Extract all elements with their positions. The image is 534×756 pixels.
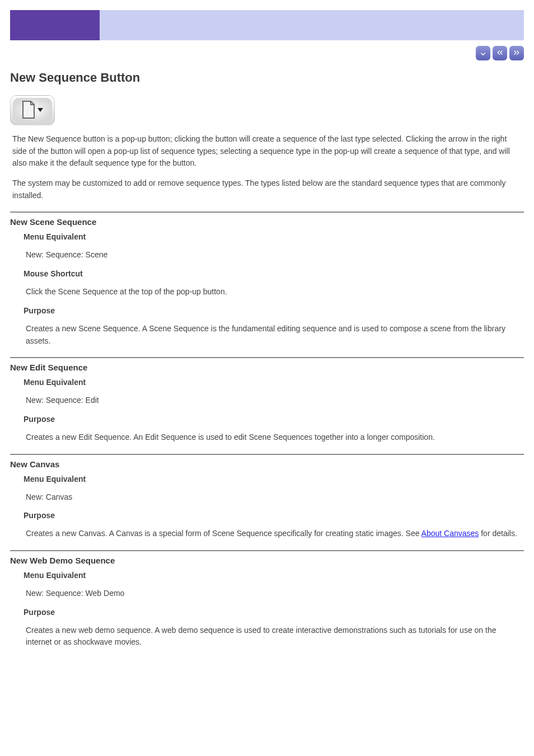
divider	[10, 212, 524, 213]
arrow-down-icon	[479, 48, 488, 59]
section-heading: New Canvas	[10, 459, 524, 469]
notice-paragraph: The system may be customized to add or r…	[12, 177, 522, 201]
section-heading: New Scene Sequence	[10, 217, 524, 227]
subsection-body: Creates a new Canvas. A Canvas is a spec…	[26, 528, 522, 540]
document-icon	[21, 101, 36, 120]
nav-icon-bar	[10, 44, 524, 66]
divider	[10, 454, 524, 455]
body-prefix: Creates a new Canvas. A Canvas is a spec…	[26, 529, 421, 538]
subsection-body: New: Sequence: Web Demo	[26, 588, 522, 600]
body-suffix: for details.	[479, 529, 517, 538]
subsection-title: Menu Equivalent	[24, 571, 524, 580]
subsection-title: Purpose	[24, 415, 524, 424]
header-banner	[10, 10, 524, 40]
chevron-double-left-icon	[495, 48, 504, 59]
subsection-body: New: Sequence: Edit	[26, 395, 522, 407]
subsection-body: Creates a new Edit Sequence. An Edit Seq…	[26, 431, 522, 444]
header-banner-right	[100, 10, 524, 40]
divider	[10, 550, 524, 551]
subsection-body: Click the Scene Sequence at the top of t…	[26, 286, 522, 298]
intro-paragraph: The New Sequence button is a pop-up butt…	[12, 133, 522, 170]
subsection-body: New: Canvas	[26, 491, 522, 504]
chevron-double-right-icon	[512, 48, 521, 59]
subsection-title: Menu Equivalent	[24, 232, 524, 241]
section-heading: New Edit Sequence	[10, 363, 524, 372]
subsection-body: Creates a new web demo sequence. A web d…	[26, 624, 522, 649]
subsection-title: Mouse Shortcut	[24, 269, 524, 278]
header-banner-left	[10, 10, 100, 40]
subsection-body: Creates a new Scene Sequence. A Scene Se…	[26, 323, 522, 347]
subsection-title: Purpose	[24, 511, 524, 520]
subsection-title: Purpose	[24, 608, 524, 617]
dropdown-triangle-icon	[37, 106, 44, 115]
prev-page-button[interactable]	[493, 46, 507, 60]
next-page-button[interactable]	[509, 46, 524, 60]
subsection-body: New: Sequence: Scene	[26, 249, 522, 261]
section-heading: New Web Demo Sequence	[10, 556, 524, 565]
subsection-title: Menu Equivalent	[24, 475, 524, 483]
scroll-down-button[interactable]	[476, 46, 490, 60]
about-canvases-link[interactable]: About Canvases	[421, 529, 479, 538]
subsection-title: Purpose	[24, 306, 524, 315]
page-title: New Sequence Button	[10, 71, 524, 85]
subsection-title: Menu Equivalent	[24, 378, 524, 387]
new-sequence-toolbar-button[interactable]	[10, 95, 55, 125]
divider	[10, 357, 524, 358]
